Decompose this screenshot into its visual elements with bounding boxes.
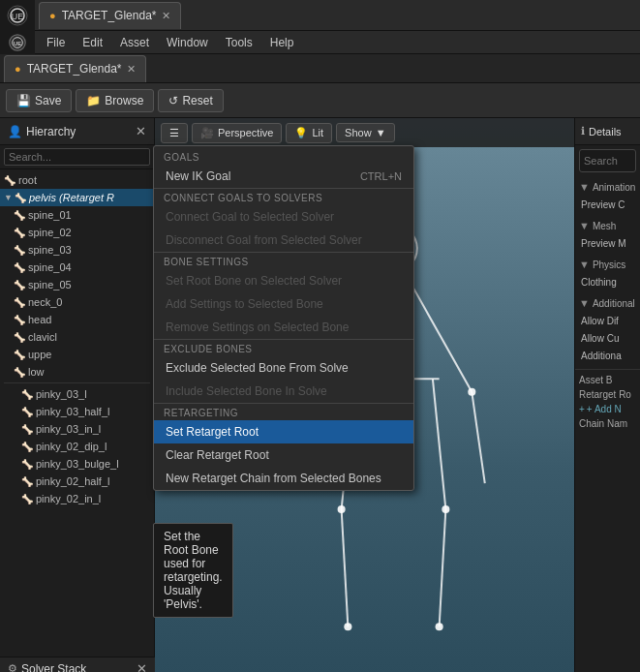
tree-item-spine01[interactable]: 🦴 spine_01	[0, 206, 154, 224]
tab-close-button[interactable]: ✕	[162, 10, 170, 22]
viewport-menu-button[interactable]: ☰	[161, 123, 188, 143]
reset-label: Reset	[182, 94, 212, 107]
tree-item-spine04[interactable]: 🦴 spine_04	[0, 259, 154, 276]
bone-icon: 🦴	[21, 494, 33, 504]
details-asset-browser: Asset B	[575, 373, 640, 387]
lit-button[interactable]: 💡 Lit	[286, 123, 332, 143]
tree-item-pelvis[interactable]: ▼ 🦴 pelvis (Retarget R	[0, 189, 154, 206]
tree-item-clavicle[interactable]: 🦴 clavicl	[0, 328, 154, 346]
preview-anim-label: Preview C	[581, 199, 625, 210]
ctx-remove-settings-label: Remove Settings on Selected Bone	[166, 321, 349, 334]
animation-arrow-icon: ▼	[579, 181, 590, 193]
ctx-new-ik-label: New IK Goal	[166, 169, 230, 183]
show-button[interactable]: Show ▼	[336, 123, 394, 142]
reset-button[interactable]: ↺ Reset	[158, 89, 223, 112]
svg-line-10	[342, 509, 349, 626]
menu-asset[interactable]: Asset	[112, 32, 157, 53]
tab-close-btn[interactable]: ✕	[127, 63, 136, 76]
save-icon: 💾	[16, 94, 31, 107]
ctx-goals-label: Goals	[154, 146, 413, 165]
svg-point-22	[344, 623, 351, 630]
ctx-remove-settings: Remove Settings on Selected Bone	[154, 316, 413, 339]
menu-bar: File Edit Asset Window Tools Help	[35, 31, 305, 53]
bone-icon: 🦴	[21, 442, 33, 452]
app-logo: UE	[0, 0, 35, 31]
ctx-new-retarget-label: New Retarget Chain from Selected Bones	[166, 472, 381, 485]
bone-icon: 🦴	[21, 407, 33, 417]
hierarchy-close-button[interactable]: ✕	[136, 124, 146, 138]
bone-icon: 🦴	[14, 228, 25, 238]
physics-label: Physics	[593, 260, 625, 270]
ctx-add-settings-label: Add Settings to Selected Bone	[166, 297, 323, 311]
ctx-disconnect-label: Disconnect Goal from Selected Solver	[166, 233, 362, 247]
details-mesh-header[interactable]: ▼ Mesh	[575, 217, 640, 234]
ctx-set-retarget-root[interactable]: Set Retarget Root	[154, 420, 413, 443]
tree-item-lower[interactable]: 🦴 low	[0, 363, 154, 381]
bone-icon: 🦴	[15, 193, 26, 203]
main-tab[interactable]: ● TARGET_Glenda* ✕	[39, 2, 181, 29]
mesh-arrow-icon: ▼	[579, 220, 590, 231]
tab-bar: ● TARGET_Glenda* ✕	[0, 54, 640, 83]
bone-icon: 🦴	[14, 210, 25, 221]
hierarchy-title-row: 👤 Hierarchy	[8, 125, 76, 138]
browse-label: Browse	[105, 94, 143, 107]
tree-item-pinky03bulgel[interactable]: 🦴 pinky_03_bulge_l	[0, 455, 154, 473]
details-preview-anim: Preview C	[575, 196, 640, 213]
ctx-clear-retarget-root[interactable]: Clear Retarget Root	[154, 443, 413, 467]
tree-item-spine02[interactable]: 🦴 spine_02	[0, 224, 154, 241]
tree-item-head[interactable]: 🦴 head	[0, 311, 154, 328]
menu-help[interactable]: Help	[262, 32, 302, 53]
tree-item-spine05[interactable]: 🦴 spine_05	[0, 276, 154, 293]
tree-item-label: spine_04	[28, 261, 72, 273]
tree-item-pinky03inl[interactable]: 🦴 pinky_03_in_l	[0, 420, 154, 438]
tree-item-root[interactable]: 🦴 root	[0, 171, 154, 189]
details-physics-header[interactable]: ▼ Physics	[575, 256, 640, 273]
perspective-button[interactable]: 🎥 Perspective	[192, 123, 282, 143]
menu-file[interactable]: File	[39, 32, 73, 53]
details-search-input[interactable]	[579, 149, 636, 172]
solver-close-button[interactable]: ✕	[137, 661, 147, 672]
tree-item-pinky02inl[interactable]: 🦴 pinky_02_in_l	[0, 490, 154, 507]
tree-item-spine03[interactable]: 🦴 spine_03	[0, 241, 154, 259]
menu-tools[interactable]: Tools	[218, 32, 260, 53]
tree-item-pinky03halfl[interactable]: 🦴 pinky_03_half_l	[0, 403, 154, 420]
browse-button[interactable]: 📁 Browse	[76, 89, 154, 112]
svg-line-16	[472, 392, 484, 483]
additional-section-label: Additional	[593, 298, 635, 309]
tree-item-pinky03l[interactable]: 🦴 pinky_03_l	[0, 385, 154, 403]
details-animation-header[interactable]: ▼ Animation	[575, 178, 640, 196]
tree-item-label: pinky_02_half_l	[36, 475, 109, 487]
bone-icon: 🦴	[14, 262, 25, 273]
tree-item-pinky02halfl[interactable]: 🦴 pinky_02_half_l	[0, 473, 154, 490]
details-add-n-button[interactable]: + + Add N	[575, 402, 640, 416]
ctx-connect-goal: Connect Goal to Selected Solver	[154, 205, 413, 229]
ctx-add-settings: Add Settings to Selected Bone	[154, 292, 413, 316]
ctx-connect-label: Connect Goal to Selected Solver	[166, 210, 334, 224]
hierarchy-search-input[interactable]	[4, 148, 150, 166]
tree-item-upper[interactable]: 🦴 uppe	[0, 346, 154, 363]
details-additional-header[interactable]: ▼ Additional	[575, 294, 640, 312]
tree-item-label: spine_01	[28, 209, 72, 221]
save-button[interactable]: 💾 Save	[6, 89, 72, 112]
add-n-label: + Add N	[587, 404, 622, 414]
ctx-exclude-bone[interactable]: Exclude Selected Bone From Solve	[154, 356, 413, 380]
svg-text:UE: UE	[12, 12, 24, 21]
ctx-bone-settings-label: Bone Settings	[154, 252, 413, 269]
tree-item-label: pinky_02_in_l	[36, 493, 101, 504]
menu-edit[interactable]: Edit	[75, 32, 110, 53]
tree-item-neck[interactable]: 🦴 neck_0	[0, 293, 154, 311]
menu-window[interactable]: Window	[159, 32, 216, 53]
menu-bar: ● TARGET_Glenda* ✕	[35, 0, 185, 30]
browse-icon: 📁	[86, 94, 101, 107]
additional-arrow-icon: ▼	[579, 297, 590, 309]
solver-stack-panel: ⚙ Solver Stack ✕ + Add New Solver	[0, 657, 155, 672]
hierarchy-panel: 👤 Hierarchy ✕ 🦴 root ▼ 🦴 pelvis (Retarge…	[0, 118, 155, 672]
tooltip: Set the Root Bone used for retargeting. …	[153, 523, 233, 618]
svg-line-11	[433, 379, 445, 509]
ctx-new-retarget-chain[interactable]: New Retarget Chain from Selected Bones	[154, 467, 413, 490]
tree-item-pinky02dipl[interactable]: 🦴 pinky_02_dip_l	[0, 438, 154, 455]
ctx-new-ik-goal[interactable]: New IK Goal CTRL+N	[154, 165, 413, 188]
svg-point-23	[436, 623, 443, 630]
document-tab[interactable]: ● TARGET_Glenda* ✕	[4, 55, 146, 82]
details-physics-section: ▼ Physics Clothing	[575, 254, 640, 292]
